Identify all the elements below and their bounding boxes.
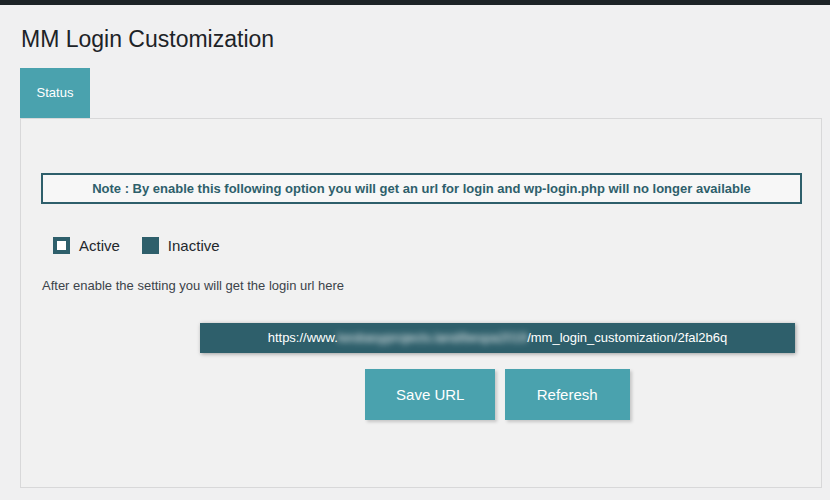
- note-text: Note : By enable this following option y…: [92, 181, 751, 196]
- save-url-button[interactable]: Save URL: [365, 369, 495, 420]
- login-url-caption: After enable the setting you will get th…: [42, 278, 821, 293]
- login-url-masked-segment: kesbasyprojects.land/bespa2019: [338, 330, 527, 345]
- login-url-field[interactable]: https://www.kesbasyprojects.land/bespa20…: [200, 323, 795, 353]
- checkbox-inactive-label: Inactive: [168, 237, 220, 254]
- tab-row: Status: [20, 68, 830, 118]
- note-box: Note : By enable this following option y…: [41, 173, 802, 204]
- tab-status[interactable]: Status: [20, 68, 90, 118]
- page-title: MM Login Customization: [21, 24, 830, 54]
- actions-row: Save URL Referesh: [200, 369, 795, 420]
- content-panel: Note : By enable this following option y…: [20, 118, 822, 488]
- checkbox-active-label: Active: [79, 237, 120, 254]
- login-url-suffix: /mm_login_customization/2fal2b6q: [527, 330, 727, 345]
- checkbox-active[interactable]: [53, 237, 70, 254]
- login-url-prefix: https://www.: [268, 330, 338, 345]
- admin-top-bar: [0, 0, 830, 5]
- checkbox-inactive[interactable]: [142, 237, 159, 254]
- status-options: Active Inactive: [53, 236, 821, 254]
- refresh-button[interactable]: Referesh: [505, 369, 630, 420]
